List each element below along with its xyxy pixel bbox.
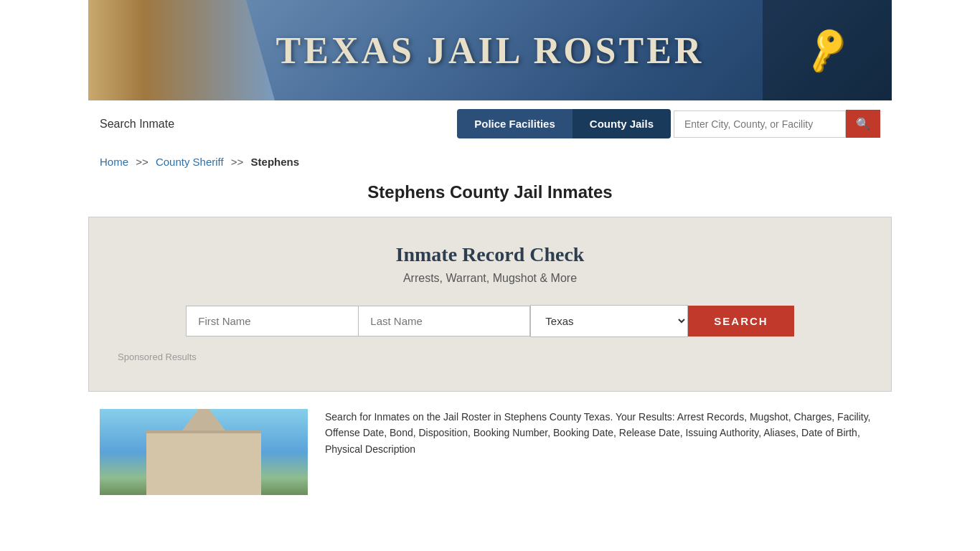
header-banner: Texas Jail Roster 🔑 (88, 0, 892, 100)
nav-search-wrapper: 🔍 (674, 110, 880, 138)
breadcrumb-home[interactable]: Home (100, 156, 128, 168)
record-check-title: Inmate Record Check (118, 243, 862, 266)
nav-bar: Search Inmate Police Facilities County J… (88, 100, 892, 147)
facility-search-button[interactable]: 🔍 (846, 110, 880, 138)
search-inmate-label: Search Inmate (100, 118, 174, 131)
header-right-image: 🔑 (763, 0, 892, 100)
county-jails-button[interactable]: County Jails (573, 109, 671, 138)
county-building-image (100, 409, 308, 495)
facility-search-input[interactable] (674, 110, 846, 138)
search-icon: 🔍 (856, 118, 870, 130)
last-name-input[interactable] (358, 306, 530, 336)
breadcrumb: Home >> County Sheriff >> Stephens (88, 147, 892, 174)
breadcrumb-county-sheriff[interactable]: County Sheriff (156, 156, 224, 168)
capitol-image (88, 0, 275, 100)
record-check-box: Inmate Record Check Arrests, Warrant, Mu… (88, 217, 892, 392)
record-check-form: Texas Alabama Alaska Arizona Arkansas Ca… (118, 305, 862, 337)
breadcrumb-sep2: >> (231, 156, 244, 168)
police-facilities-button[interactable]: Police Facilities (457, 109, 573, 138)
sponsored-label: Sponsored Results (118, 352, 862, 362)
nav-right: Police Facilities County Jails 🔍 (457, 109, 880, 138)
first-name-input[interactable] (186, 306, 358, 336)
keys-icon: 🔑 (800, 24, 854, 76)
bottom-description: Search for Inmates on the Jail Roster in… (325, 409, 880, 495)
bottom-section: Search for Inmates on the Jail Roster in… (88, 409, 892, 495)
site-title: Texas Jail Roster (276, 29, 705, 72)
breadcrumb-current: Stephens (251, 156, 300, 168)
record-check-subtitle: Arrests, Warrant, Mugshot & More (118, 272, 862, 285)
building-body (146, 430, 261, 495)
building-roof (182, 409, 225, 430)
page-title: Stephens County Jail Inmates (88, 174, 892, 217)
breadcrumb-sep1: >> (136, 156, 149, 168)
record-search-button[interactable]: SEARCH (688, 306, 793, 336)
state-select[interactable]: Texas Alabama Alaska Arizona Arkansas Ca… (530, 305, 688, 337)
